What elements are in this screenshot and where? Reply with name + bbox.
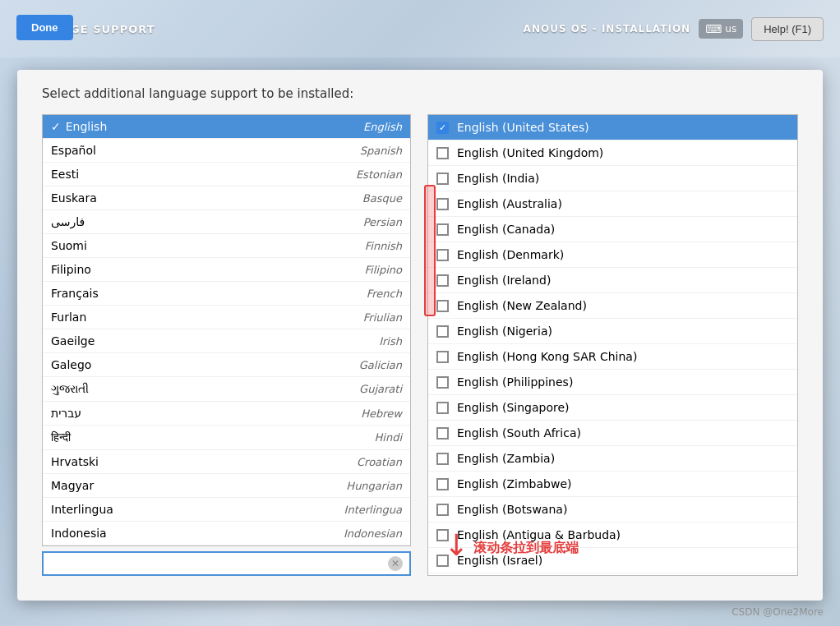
language-item[interactable]: EspañolSpanish <box>43 139 410 163</box>
locale-label: English (India) <box>457 172 539 185</box>
locale-checkbox <box>436 402 449 414</box>
lang-item-left: Interlingua <box>51 503 113 516</box>
language-support-dialog: Select additional language support to be… <box>17 70 823 601</box>
lang-english-name: Hungarian <box>346 480 402 492</box>
lang-item-left: Magyar <box>51 479 94 492</box>
lang-english-name: Interlingua <box>344 504 402 516</box>
watermark: CSDN @One2More <box>732 606 824 618</box>
lang-english-name: Indonesian <box>344 527 402 540</box>
lang-native-name: Furlan <box>51 311 86 324</box>
locale-item[interactable]: English (Philippines) <box>428 370 797 395</box>
lang-english-name: French <box>367 288 402 300</box>
locale-item[interactable]: English (Nigeria) <box>428 319 797 344</box>
locale-checkbox <box>436 453 449 465</box>
lang-native-name: Galego <box>51 358 91 371</box>
language-item[interactable]: IndonesiaIndonesian <box>43 522 410 545</box>
lang-item-left: Filipino <box>51 263 91 276</box>
lang-native-name: Filipino <box>51 263 91 276</box>
locale-label: English (Hong Kong SAR China) <box>457 350 637 363</box>
dialog-instruction: Select additional language support to be… <box>42 86 798 101</box>
language-item[interactable]: FrançaisFrench <box>43 282 410 306</box>
locale-item[interactable]: English (New Zealand) <box>428 293 797 319</box>
lang-english-name: Gujarati <box>359 383 402 395</box>
locale-item[interactable]: English (United Kingdom) <box>428 140 797 166</box>
language-item[interactable]: FilipinoFilipino <box>43 258 410 282</box>
language-item[interactable]: MagyarHungarian <box>43 474 410 498</box>
locale-checkbox <box>436 274 449 287</box>
lang-item-left: Español <box>51 144 96 157</box>
dialog-body: ✓EnglishEnglishEspañolSpanishEestiEstoni… <box>42 114 798 576</box>
language-item[interactable]: हिन्दीHindi <box>43 426 410 450</box>
annotation-text: 滚动条拉到最底端 <box>473 540 579 560</box>
locale-checkbox <box>436 198 449 210</box>
language-item[interactable]: GaeilgeIrish <box>43 329 410 353</box>
locale-item[interactable]: English (Zambia) <box>428 446 797 472</box>
search-bar: ✕ <box>42 551 411 576</box>
top-bar: LANGUAGE SUPPORT ANOUS OS - INSTALLATION… <box>0 0 840 58</box>
locale-item[interactable]: English (Australia) <box>428 191 797 217</box>
lang-english-name: Irish <box>379 335 402 348</box>
language-item[interactable]: SuomiFinnish <box>43 234 410 258</box>
language-item[interactable]: ✓EnglishEnglish <box>43 115 410 139</box>
done-button[interactable]: Done <box>16 15 73 40</box>
language-item[interactable]: עבריתHebrew <box>43 402 410 426</box>
lang-item-left: Furlan <box>51 311 86 324</box>
locale-checkbox <box>436 504 449 516</box>
locale-checkbox <box>436 478 449 490</box>
locale-label: English (South Africa) <box>457 426 581 440</box>
lang-item-left: हिन्दी <box>51 430 71 444</box>
lang-native-name: Interlingua <box>51 503 113 516</box>
language-item[interactable]: EestiEstonian <box>43 163 410 186</box>
locale-item[interactable]: English (Singapore) <box>428 395 797 421</box>
lang-native-name: Suomi <box>51 239 87 252</box>
lang-native-name: Français <box>51 287 99 300</box>
lang-english-name: Filipino <box>365 264 402 276</box>
locale-checkbox <box>436 300 449 312</box>
lang-item-left: Euskara <box>51 191 97 205</box>
language-item[interactable]: GalegoGalician <box>43 353 410 377</box>
locale-label: English (United States) <box>457 121 589 134</box>
help-button[interactable]: Help! (F1) <box>751 17 824 41</box>
lang-english-name: Finnish <box>365 240 402 252</box>
lang-item-left: Indonesia <box>51 527 107 540</box>
locale-label: English (United Kingdom) <box>457 146 603 159</box>
locale-item[interactable]: English (Canada) <box>428 217 797 242</box>
locale-item[interactable]: English (Denmark) <box>428 242 797 268</box>
locale-label: English (Botswana) <box>457 503 567 516</box>
lang-item-left: فارسی <box>51 215 85 228</box>
lang-native-name: ગુજરાતી <box>51 382 89 396</box>
language-item[interactable]: InterlinguaInterlingua <box>43 498 410 522</box>
locale-item[interactable]: English (South Africa) <box>428 421 797 446</box>
scrollbar-highlight <box>424 185 436 316</box>
locale-label: English (Zimbabwe) <box>457 477 571 490</box>
lang-english-name: Hebrew <box>361 407 402 420</box>
language-list-container: ✓EnglishEnglishEspañolSpanishEestiEstoni… <box>42 114 411 546</box>
keyboard-label: us <box>725 23 736 35</box>
lang-item-left: Eesti <box>51 168 79 181</box>
locale-item[interactable]: English (India) <box>428 166 797 191</box>
language-item[interactable]: EuskaraBasque <box>43 186 410 210</box>
locale-checkbox <box>436 376 449 389</box>
lang-item-left: Suomi <box>51 239 87 252</box>
search-input[interactable] <box>50 557 388 570</box>
lang-native-name: Gaeilge <box>51 334 95 348</box>
locale-item[interactable]: English (United States) <box>428 115 797 140</box>
lang-item-left: Français <box>51 287 99 300</box>
locale-label: English (Australia) <box>457 197 562 210</box>
locale-checkbox <box>436 249 449 261</box>
locale-label: English (New Zealand) <box>457 299 587 312</box>
locale-label: English (Ireland) <box>457 274 551 287</box>
language-item[interactable]: HrvatskiCroatian <box>43 450 410 474</box>
language-item[interactable]: ગુજરાતીGujarati <box>43 377 410 402</box>
locale-item[interactable]: English (Zimbabwe) <box>428 472 797 497</box>
language-item[interactable]: فارسیPersian <box>43 210 410 234</box>
locale-item[interactable]: English (Botswana) <box>428 497 797 522</box>
locale-item[interactable]: English (Hong Kong SAR China) <box>428 344 797 370</box>
locale-item[interactable]: English (Ireland) <box>428 268 797 293</box>
locale-checkbox <box>436 223 449 236</box>
checkmark-icon: ✓ <box>51 120 61 133</box>
lang-native-name: فارسی <box>51 215 85 228</box>
search-clear-button[interactable]: ✕ <box>388 556 403 571</box>
language-item[interactable]: FurlanFriulian <box>43 306 410 329</box>
lang-item-left: ગુજરાતી <box>51 382 89 396</box>
